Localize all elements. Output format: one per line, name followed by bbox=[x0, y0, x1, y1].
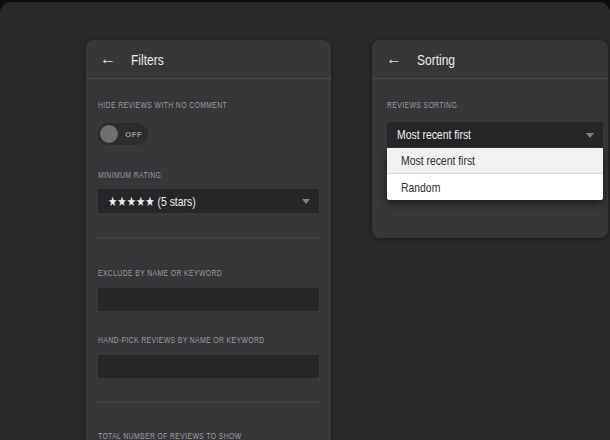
filters-panel-header: ← Filters bbox=[86, 40, 331, 79]
handpick-keyword-input[interactable] bbox=[98, 355, 319, 378]
dropdown-option-random[interactable]: Random bbox=[387, 174, 603, 200]
sorting-panel: ← Sorting REVIEWS SORTING Most recent fi… bbox=[372, 40, 608, 238]
toggle-state-label: OFF bbox=[125, 130, 143, 139]
back-arrow-icon[interactable]: ← bbox=[386, 51, 402, 67]
reviews-sorting-value: Most recent first bbox=[397, 127, 471, 142]
sorting-panel-header: ← Sorting bbox=[372, 40, 608, 79]
sorting-panel-body: REVIEWS SORTING Most recent first bbox=[372, 100, 608, 147]
minimum-rating-value: ★★★★★ (5 stars) bbox=[108, 194, 196, 209]
hide-no-comment-toggle[interactable]: OFF bbox=[98, 123, 148, 145]
filters-panel: ← Filters HIDE REVIEWS WITH NO COMMENT O… bbox=[86, 40, 331, 440]
page-title: Sorting bbox=[417, 51, 465, 68]
minimum-rating-label: MINIMUM RATING bbox=[98, 170, 319, 180]
back-arrow-icon[interactable]: ← bbox=[100, 51, 116, 67]
page-title: Filters bbox=[131, 51, 172, 68]
dropdown-option-most-recent-first[interactable]: Most recent first bbox=[387, 148, 603, 174]
reviews-sorting-select[interactable]: Most recent first bbox=[387, 122, 603, 147]
minimum-rating-select[interactable]: ★★★★★ (5 stars) bbox=[98, 189, 319, 213]
exclude-keyword-input[interactable] bbox=[98, 288, 319, 311]
chevron-down-icon bbox=[302, 199, 310, 204]
exclude-keyword-label: EXCLUDE BY NAME OR KEYWORD bbox=[98, 268, 319, 278]
reviews-sorting-dropdown-menu: Most recent first Random bbox=[387, 148, 603, 200]
toggle-knob bbox=[100, 125, 118, 143]
chevron-down-icon bbox=[586, 133, 594, 138]
divider bbox=[98, 237, 319, 238]
reviews-sorting-label: REVIEWS SORTING bbox=[387, 100, 603, 110]
divider bbox=[98, 402, 319, 403]
filters-panel-body: HIDE REVIEWS WITH NO COMMENT OFF MINIMUM… bbox=[86, 100, 331, 440]
total-reviews-label: TOTAL NUMBER OF REVIEWS TO SHOW bbox=[98, 431, 319, 440]
handpick-keyword-label: HAND-PICK REVIEWS BY NAME OR KEYWORD bbox=[98, 335, 319, 345]
hide-no-comment-label: HIDE REVIEWS WITH NO COMMENT bbox=[98, 100, 319, 110]
